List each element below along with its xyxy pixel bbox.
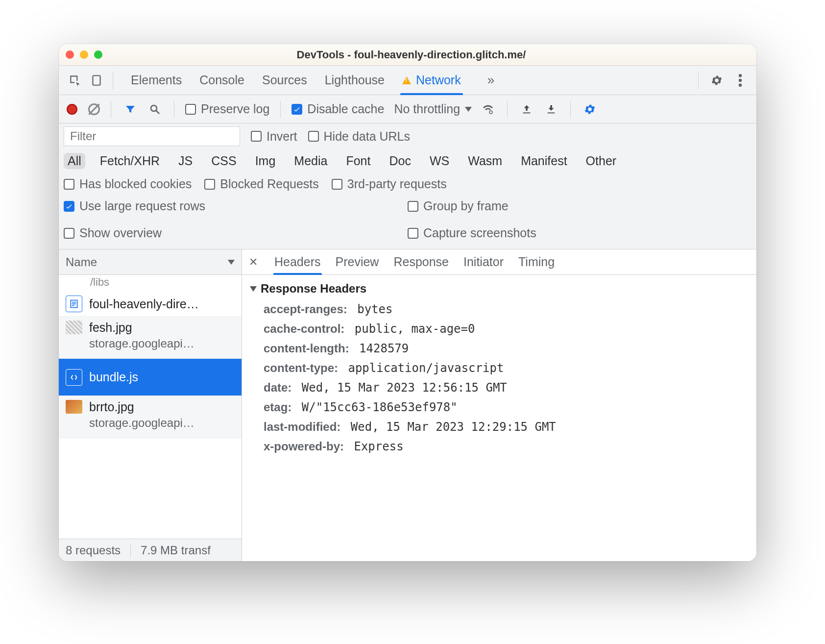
status-requests: 8 requests [66,544,121,557]
type-js[interactable]: JS [174,153,196,169]
warning-icon [402,76,411,84]
checkbox-icon [64,201,74,212]
blocked-requests-checkbox[interactable]: Blocked Requests [204,177,319,191]
invert-checkbox[interactable]: Invert [251,129,297,144]
type-img[interactable]: Img [251,153,280,169]
header-key: accept-ranges: [264,302,347,316]
clear-button[interactable] [88,103,100,115]
throttling-value: No throttling [394,102,460,116]
preserve-log-label: Preserve log [201,102,269,116]
js-icon [66,369,82,386]
list-item[interactable]: foul-heavenly-dire… [59,292,242,317]
display-settings: Use large request rows Show overview Gro… [59,194,756,249]
window-title: DevTools - foul-heavenly-direction.glitc… [102,49,720,61]
disclosure-icon [250,286,257,292]
hide-data-urls-label: Hide data URLs [324,129,410,144]
type-doc[interactable]: Doc [385,153,414,169]
filter-input[interactable] [64,126,240,146]
preserve-log-checkbox[interactable]: Preserve log [185,102,269,116]
header-key: content-type: [264,361,338,374]
type-fetch[interactable]: Fetch/XHR [96,153,164,169]
tab-sources[interactable]: Sources [262,66,307,95]
request-list-pane: Name /libs foul-heavenly-dire… fesh.jpgs… [59,249,242,561]
header-line: date: Wed, 15 Mar 2023 12:56:15 GMT [250,378,749,397]
has-blocked-cookies-checkbox[interactable]: Has blocked cookies [64,177,192,191]
tab-console[interactable]: Console [199,66,244,95]
has-blocked-cookies-label: Has blocked cookies [79,177,192,191]
sort-caret-icon [228,260,235,265]
list-item[interactable]: fesh.jpgstorage.googleapi… [59,317,242,359]
list-item[interactable]: bundle.js [59,359,242,396]
type-all[interactable]: All [64,153,85,169]
throttling-select[interactable]: No throttling [394,102,472,116]
third-party-label: 3rd-party requests [347,177,447,191]
disable-cache-checkbox[interactable]: Disable cache [291,102,384,116]
inspect-icon[interactable] [67,72,83,89]
close-detail-button[interactable]: ✕ [249,256,260,269]
separator [113,72,113,89]
hide-data-urls-checkbox[interactable]: Hide data URLs [308,129,410,144]
type-manifest[interactable]: Manifest [517,153,571,169]
checkbox-icon [308,131,319,142]
group-by-frame-checkbox[interactable]: Group by frame [408,199,752,213]
main-tabs: Elements Console Sources Lighthouse Netw… [59,66,756,95]
filter-icon[interactable] [122,101,139,118]
dtab-headers[interactable]: Headers [274,249,321,274]
header-key: date: [264,381,291,394]
type-ws[interactable]: WS [426,153,453,169]
minimize-icon[interactable] [80,50,88,59]
resource-type-filter: All Fetch/XHR JS CSS Img Media Font Doc … [59,151,756,174]
tab-elements[interactable]: Elements [131,66,182,95]
checkbox-icon [64,179,74,190]
separator [130,544,131,557]
capture-screenshots-checkbox[interactable]: Capture screenshots [408,226,752,240]
doc-icon [66,296,82,312]
traffic-lights [66,50,102,59]
separator [174,101,174,118]
tab-network[interactable]: Network [402,66,461,95]
tab-lighthouse[interactable]: Lighthouse [325,66,385,95]
type-css[interactable]: CSS [207,153,240,169]
dtab-timing[interactable]: Timing [518,249,555,274]
third-party-checkbox[interactable]: 3rd-party requests [332,177,447,191]
header-line: etag: W/"15cc63-186e53ef978" [250,397,749,417]
type-media[interactable]: Media [290,153,331,169]
gear-icon[interactable] [708,72,725,89]
header-line: content-length: 1428579 [250,339,749,358]
separator [111,101,111,118]
status-transfer: 7.9 MB transf [141,544,211,557]
header-line: x-powered-by: Express [250,437,749,456]
column-header-name[interactable]: Name [59,249,242,275]
upload-har-icon[interactable] [518,101,535,118]
header-value: 1428579 [352,342,409,355]
network-conditions-icon[interactable] [480,101,496,118]
header-key: etag: [264,400,291,414]
list-item[interactable]: brrto.jpgstorage.googleapi… [59,396,242,438]
dtab-initiator[interactable]: Initiator [463,249,504,274]
use-large-rows-checkbox[interactable]: Use large request rows [64,199,408,213]
header-value: Wed, 15 Mar 2023 12:56:15 GMT [294,381,507,395]
show-overview-checkbox[interactable]: Show overview [64,226,408,240]
kebab-menu-icon[interactable] [732,72,749,89]
network-settings-icon[interactable] [582,101,598,118]
tabs-overflow-button[interactable]: » [479,73,503,88]
record-button[interactable] [67,104,77,115]
device-toggle-icon[interactable] [88,72,105,89]
chevron-down-icon [465,107,472,112]
dtab-response[interactable]: Response [393,249,449,274]
image-thumb-icon [66,321,82,334]
search-icon[interactable] [146,101,163,118]
blocked-requests-label: Blocked Requests [220,177,319,191]
filter-checks-row: Has blocked cookies Blocked Requests 3rd… [59,174,756,194]
section-toggle[interactable]: Response Headers [250,282,749,296]
type-other[interactable]: Other [582,153,621,169]
maximize-icon[interactable] [94,50,102,59]
download-har-icon[interactable] [543,101,559,118]
dtab-preview[interactable]: Preview [336,249,379,274]
type-font[interactable]: Font [342,153,374,169]
show-overview-label: Show overview [79,226,162,240]
type-wasm[interactable]: Wasm [464,153,506,169]
section-title: Response Headers [261,282,366,296]
close-icon[interactable] [66,50,74,59]
image-thumb-icon [66,400,82,414]
